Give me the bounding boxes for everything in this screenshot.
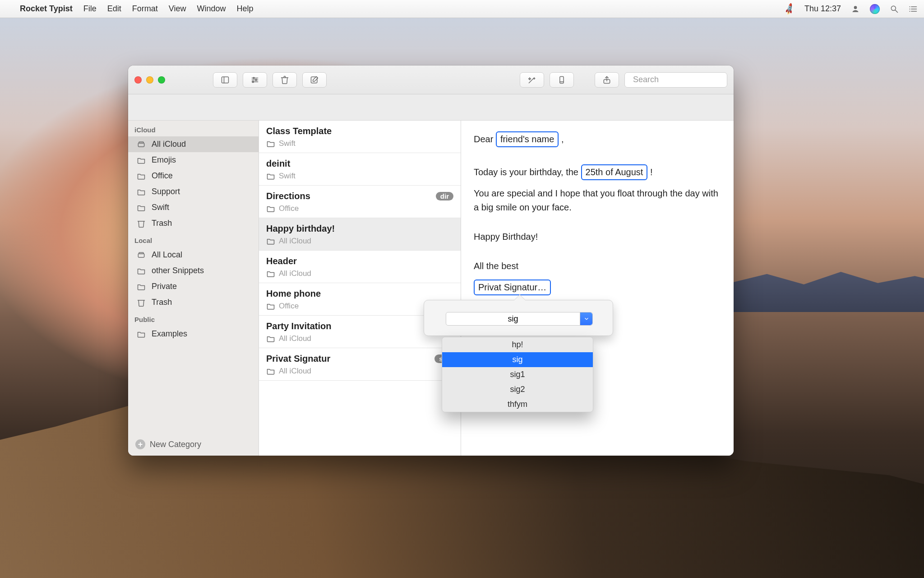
placeholder-date[interactable]: 25th of August <box>581 164 648 180</box>
preferences-button[interactable] <box>243 72 267 88</box>
folder-icon <box>136 156 146 164</box>
svg-point-1 <box>891 6 896 10</box>
new-category-button[interactable]: + New Category <box>128 435 259 456</box>
toolbar-right-group <box>595 72 727 88</box>
signature-combobox[interactable] <box>446 312 593 326</box>
menubar-item-help[interactable]: Help <box>237 4 254 14</box>
sidebar-item-all-local[interactable]: All Local <box>128 247 259 263</box>
wand-icon <box>527 75 536 84</box>
delete-button[interactable] <box>273 72 297 88</box>
sidebar-item-label: Office <box>152 171 173 181</box>
combobox-arrow[interactable] <box>580 312 592 325</box>
svg-point-7 <box>910 9 910 9</box>
window-close-button[interactable] <box>134 76 142 84</box>
folder-icon <box>136 188 146 196</box>
window-minimize-button[interactable] <box>146 76 153 84</box>
snippet-row[interactable]: Happy birthday! All iCloud <box>259 218 461 251</box>
menubar-item-format[interactable]: Format <box>132 4 158 14</box>
folder-icon <box>266 269 275 278</box>
siri-status-icon[interactable] <box>870 4 880 14</box>
sidebar: iCloud All iCloud Emojis Office Support … <box>128 121 259 456</box>
toolbar-center-group <box>520 72 574 88</box>
sidebar-section-public-title: Public <box>128 310 259 326</box>
sidebar-item-emojis[interactable]: Emojis <box>128 152 259 168</box>
share-button[interactable] <box>595 72 619 88</box>
editor-line-body: You are special and I hope that you floa… <box>474 186 721 214</box>
snippet-row[interactable]: Header All iCloud <box>259 251 461 283</box>
magic-button[interactable] <box>520 72 544 88</box>
folder-icon <box>266 139 275 148</box>
folder-icon <box>266 367 275 376</box>
device-button[interactable] <box>550 72 574 88</box>
menubar-item-window[interactable]: Window <box>197 4 226 14</box>
svg-rect-23 <box>138 143 144 146</box>
placeholder-name[interactable]: friend's name <box>496 131 559 147</box>
signature-input[interactable] <box>446 314 580 324</box>
sidebar-item-trash-local[interactable]: Trash <box>128 294 259 310</box>
device-icon <box>557 75 566 84</box>
dropdown-option[interactable]: hp! <box>442 337 593 352</box>
dropdown-option[interactable]: thfym <box>442 397 593 412</box>
folder-icon <box>136 267 146 275</box>
compose-button[interactable] <box>302 72 327 88</box>
snippet-title: Home phone <box>266 289 321 299</box>
menubar-item-edit[interactable]: Edit <box>107 4 121 14</box>
search-input[interactable] <box>633 75 734 84</box>
folder-icon <box>136 204 146 212</box>
spotlight-status-icon[interactable] <box>890 5 899 14</box>
svg-rect-26 <box>139 252 143 254</box>
sidebar-item-private[interactable]: Private <box>128 279 259 294</box>
sidebar-item-label: Emojis <box>152 155 176 165</box>
window-titlebar[interactable] <box>128 65 734 94</box>
sidebar-item-other-snippets[interactable]: other Snippets <box>128 263 259 279</box>
sidebar-item-examples[interactable]: Examples <box>128 326 259 342</box>
editor-text: Today is your birthday, the <box>474 167 581 177</box>
editor-line-closing: All the best <box>474 259 721 273</box>
snippet-title: Class Template <box>266 126 332 136</box>
snippet-title: Happy birthday! <box>266 224 335 234</box>
snippet-row[interactable]: Privat Signatursig All iCloud <box>259 348 461 381</box>
trash-icon <box>280 75 289 84</box>
window-columns: iCloud All iCloud Emojis Office Support … <box>128 121 734 456</box>
menubar-item-view[interactable]: View <box>169 4 186 14</box>
list-status-icon[interactable] <box>909 5 918 14</box>
signature-dropdown[interactable]: hp! sig sig1 sig2 thfym <box>442 337 593 412</box>
sidebar-icon <box>221 75 230 84</box>
menubar-clock[interactable]: Thu 12:37 <box>804 4 841 14</box>
snippet-folder: All iCloud <box>279 237 311 246</box>
svg-rect-25 <box>138 253 144 257</box>
snippet-title: Party Invitation <box>266 321 331 331</box>
snippet-folder: Office <box>279 204 299 213</box>
window-zoom-button[interactable] <box>158 76 165 84</box>
sidebar-item-support[interactable]: Support <box>128 184 259 200</box>
toggle-sidebar-button[interactable] <box>213 72 237 88</box>
trash-icon <box>136 298 146 307</box>
folder-icon <box>266 172 275 181</box>
folder-icon <box>136 330 146 338</box>
snippet-row[interactable]: Directionsdir Office <box>259 186 461 218</box>
snippet-row[interactable]: deinit Swift <box>259 153 461 186</box>
dropdown-option[interactable]: sig2 <box>442 382 593 397</box>
dropdown-option[interactable]: sig <box>442 352 593 367</box>
sidebar-item-office[interactable]: Office <box>128 168 259 184</box>
snippet-folder: Swift <box>279 172 296 181</box>
user-status-icon[interactable] <box>851 5 860 14</box>
menubar-app-name[interactable]: Rocket Typist <box>20 4 73 14</box>
svg-line-2 <box>896 10 898 12</box>
dropdown-option[interactable]: sig1 <box>442 367 593 382</box>
sidebar-item-all-icloud[interactable]: All iCloud <box>128 136 259 152</box>
snippet-title: Directions <box>266 191 310 201</box>
menubar-item-file[interactable]: File <box>83 4 97 14</box>
sidebar-item-label: other Snippets <box>152 266 204 275</box>
sidebar-item-trash-icloud[interactable]: Trash <box>128 215 259 231</box>
search-field[interactable] <box>624 72 727 88</box>
rocket-status-icon[interactable]: 🚀 <box>783 2 796 15</box>
stack-icon <box>136 140 146 149</box>
placeholder-signature[interactable]: Privat Signatur… <box>474 280 551 295</box>
sidebar-item-label: Trash <box>152 219 172 228</box>
svg-point-0 <box>854 6 857 9</box>
snippet-row[interactable]: Class Template Swift <box>259 121 461 153</box>
sidebar-item-swift[interactable]: Swift <box>128 200 259 215</box>
folder-icon <box>266 302 275 311</box>
folder-icon <box>266 334 275 343</box>
